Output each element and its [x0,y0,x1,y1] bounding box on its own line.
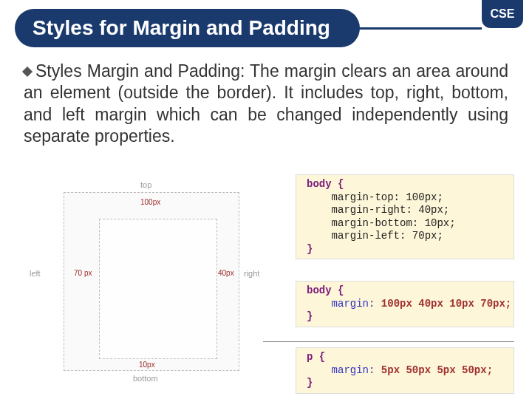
code3-close: } [307,377,313,389]
course-badge: CSE [482,0,523,28]
code3-prop: margin: [332,364,375,376]
diagram-value-left: 70 px [74,269,92,277]
code3-val: 5px 50px 5px 50px; [375,364,493,376]
code1-close: } [307,243,313,255]
code2-close: } [307,310,313,322]
diagram-value-top: 100px [140,198,160,206]
diagram-label-top: top [140,180,151,189]
bullet-heading: Styles Margin and Padding: [35,61,245,81]
code2-prop: margin: [332,298,375,310]
code3-selector: p { [307,351,325,363]
code-block-1: body { margin-top: 100px; margin-right: … [296,174,514,259]
code-block-3: p { margin: 5px 50px 5px 50px; } [296,347,514,394]
code1-line4: margin-left: 70px; [332,230,443,242]
diagram-label-left: left [30,269,41,278]
diagram-value-right: 40px [218,269,234,277]
diagram-label-bottom: bottom [133,374,158,383]
code1-line2: margin-right: 40px; [332,204,450,216]
code1-selector: body { [307,178,344,190]
code1-line3: margin-bottom: 10px; [332,217,456,229]
diamond-bullet-icon [22,66,33,77]
body-paragraph: Styles Margin and Padding: The margin cl… [24,61,508,148]
diagram-value-bottom: 10px [139,361,155,369]
code2-val: 100px 40px 10px 70px; [375,298,511,310]
title-bar: Styles for Margin and Padding [15,7,482,49]
page-title: Styles for Margin and Padding [15,9,360,47]
diagram-inner-box [99,219,217,359]
code-separator [263,341,514,342]
code-block-2: body { margin: 100px 40px 10px 70px; } [296,281,514,327]
title-underline [352,27,482,30]
code2-selector: body { [307,284,344,296]
margin-diagram: top left right bottom 100px 70 px 40px 1… [22,180,266,387]
diagram-label-right: right [244,269,259,278]
code1-line1: margin-top: 100px; [332,191,443,203]
